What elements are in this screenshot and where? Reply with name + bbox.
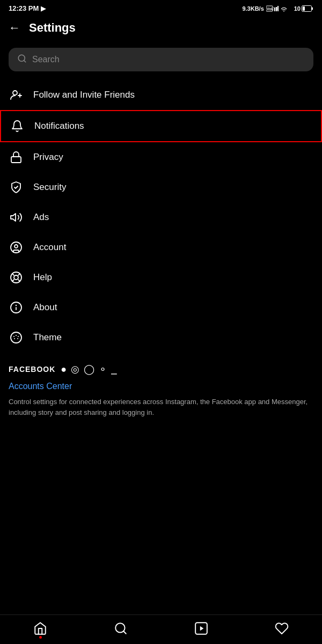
svg-marker-15 xyxy=(11,214,16,221)
security-label: Security xyxy=(33,182,66,193)
svg-point-32 xyxy=(14,338,15,339)
data-speed: 9.3KB/s xyxy=(242,5,264,12)
heart-icon xyxy=(275,621,289,635)
nav-reels[interactable] xyxy=(194,621,208,635)
svg-rect-8 xyxy=(312,7,313,10)
time: 12:23 PM xyxy=(9,4,39,12)
bell-icon xyxy=(10,120,25,133)
messenger-icon: ◎ xyxy=(71,363,79,375)
svg-rect-14 xyxy=(11,157,21,163)
accounts-center-description: Control settings for connected experienc… xyxy=(9,397,313,418)
reels-icon xyxy=(194,621,208,635)
person-circle-icon xyxy=(9,241,24,254)
search-bar[interactable]: Search xyxy=(9,48,313,71)
theme-icon xyxy=(9,331,24,344)
lifebuoy-icon xyxy=(9,271,24,284)
notifications-label: Notifications xyxy=(34,121,84,131)
svg-point-16 xyxy=(11,242,21,253)
svg-point-28 xyxy=(13,336,14,337)
svg-line-10 xyxy=(24,60,25,62)
svg-line-22 xyxy=(18,274,20,275)
add-person-icon xyxy=(9,89,24,101)
svg-rect-7 xyxy=(303,6,305,11)
account-label: Account xyxy=(33,242,66,253)
facebook-section: FACEBOOK ● ◎ ◯ ⚬ ⎯ Accounts Center Contr… xyxy=(0,353,322,422)
page-title: Settings xyxy=(29,21,76,35)
svg-rect-2 xyxy=(274,8,275,11)
sidebar-item-help[interactable]: Help xyxy=(0,262,322,292)
svg-line-21 xyxy=(18,280,20,281)
sidebar-item-follow[interactable]: Follow and Invite Friends xyxy=(0,80,322,110)
svg-point-29 xyxy=(16,335,17,336)
other-fb-icon: ⎯ xyxy=(111,364,117,375)
signal-icons: VoLTE xyxy=(266,4,292,12)
search-placeholder: Search xyxy=(32,55,60,64)
svg-line-23 xyxy=(12,280,14,281)
megaphone-icon xyxy=(9,211,24,224)
nav-home[interactable] xyxy=(33,621,47,635)
shield-icon xyxy=(9,181,24,194)
nav-search-icon xyxy=(114,621,128,635)
accounts-center-link[interactable]: Accounts Center xyxy=(9,382,313,391)
facebook-header-row: FACEBOOK ● ◎ ◯ ⚬ ⎯ xyxy=(9,363,313,375)
svg-rect-3 xyxy=(276,7,277,11)
instagram-icon: ◯ xyxy=(84,363,94,375)
battery-icon: 10 xyxy=(294,5,313,12)
back-button[interactable]: ← xyxy=(9,21,20,35)
svg-point-11 xyxy=(13,91,17,95)
privacy-label: Privacy xyxy=(33,152,63,163)
svg-point-27 xyxy=(11,332,21,343)
location-icon: ▶ xyxy=(41,5,46,12)
sidebar-item-notifications[interactable]: Notifications xyxy=(0,110,322,142)
svg-point-5 xyxy=(283,10,284,11)
sidebar-item-security[interactable]: Security xyxy=(0,172,322,202)
sidebar-item-account[interactable]: Account xyxy=(0,232,322,262)
home-active-dot xyxy=(39,636,42,639)
bottom-navigation xyxy=(0,614,322,644)
svg-point-31 xyxy=(17,338,18,339)
svg-point-17 xyxy=(14,245,18,248)
sidebar-item-ads[interactable]: Ads xyxy=(0,202,322,232)
sidebar-item-privacy[interactable]: Privacy xyxy=(0,142,322,172)
menu-list: Follow and Invite Friends Notifications … xyxy=(0,80,322,353)
svg-line-34 xyxy=(123,631,126,634)
svg-point-30 xyxy=(18,336,19,337)
svg-rect-4 xyxy=(277,6,279,11)
sidebar-item-theme[interactable]: Theme xyxy=(0,323,322,353)
info-circle-icon xyxy=(9,301,24,314)
svg-line-20 xyxy=(12,274,14,275)
facebook-icon: ● xyxy=(61,364,67,375)
search-icon xyxy=(17,54,27,65)
sidebar-item-about[interactable]: About xyxy=(0,292,322,323)
status-bar: 12:23 PM ▶ 9.3KB/s VoLTE 10 xyxy=(0,0,322,14)
header: ← Settings xyxy=(0,14,322,43)
svg-point-19 xyxy=(14,275,18,280)
svg-marker-36 xyxy=(200,626,204,631)
nav-search[interactable] xyxy=(114,621,128,635)
facebook-label: FACEBOOK xyxy=(9,365,55,374)
help-label: Help xyxy=(33,272,52,283)
follow-label: Follow and Invite Friends xyxy=(33,90,135,100)
whatsapp-icon: ⚬ xyxy=(99,363,107,375)
nav-activity[interactable] xyxy=(275,621,289,635)
lock-icon xyxy=(9,151,24,164)
about-label: About xyxy=(33,302,57,313)
facebook-icons-row: ● ◎ ◯ ⚬ ⎯ xyxy=(61,363,117,375)
home-icon xyxy=(33,621,47,635)
ads-label: Ads xyxy=(33,212,49,223)
theme-label: Theme xyxy=(33,332,62,343)
